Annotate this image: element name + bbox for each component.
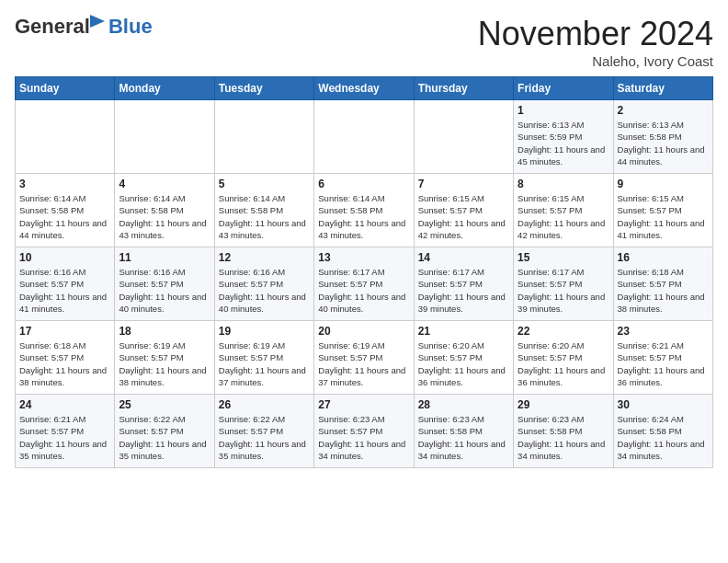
weekday-header-wednesday: Wednesday [314,77,414,100]
day-number: 10 [19,251,110,264]
day-info: Sunrise: 6:14 AMSunset: 5:58 PMDaylight:… [19,192,110,241]
weekday-header-monday: Monday [115,77,214,100]
calendar-cell: 8Sunrise: 6:15 AMSunset: 5:57 PMDaylight… [514,174,613,247]
calendar-cell: 22Sunrise: 6:20 AMSunset: 5:57 PMDayligh… [514,321,613,395]
day-number: 22 [518,325,609,338]
calendar-cell: 1Sunrise: 6:13 AMSunset: 5:59 PMDaylight… [514,100,613,174]
calendar-cell: 9Sunrise: 6:15 AMSunset: 5:57 PMDaylight… [613,174,712,247]
day-info: Sunrise: 6:15 AMSunset: 5:57 PMDaylight:… [518,192,609,241]
day-info: Sunrise: 6:16 AMSunset: 5:57 PMDaylight:… [119,266,210,315]
day-number: 14 [418,251,509,264]
day-number: 28 [418,398,509,411]
calendar-cell: 4Sunrise: 6:14 AMSunset: 5:58 PMDaylight… [115,174,214,247]
calendar-cell: 19Sunrise: 6:19 AMSunset: 5:57 PMDayligh… [214,321,313,395]
day-number: 27 [318,398,409,411]
day-info: Sunrise: 6:17 AMSunset: 5:57 PMDaylight:… [318,266,409,315]
calendar-cell: 14Sunrise: 6:17 AMSunset: 5:57 PMDayligh… [414,247,513,321]
day-number: 7 [418,178,509,190]
day-number: 1 [518,104,609,117]
calendar-cell [16,100,115,174]
day-info: Sunrise: 6:21 AMSunset: 5:57 PMDaylight:… [19,413,110,462]
calendar-cell [414,100,513,174]
logo-general: General [15,15,90,38]
day-info: Sunrise: 6:16 AMSunset: 5:57 PMDaylight:… [219,266,310,315]
day-info: Sunrise: 6:20 AMSunset: 5:57 PMDaylight:… [518,339,609,388]
calendar-cell: 6Sunrise: 6:14 AMSunset: 5:58 PMDaylight… [314,174,414,247]
calendar-week-4: 17Sunrise: 6:18 AMSunset: 5:57 PMDayligh… [16,321,713,395]
title-block: November 2024 Naleho, Ivory Coast [478,15,713,69]
weekday-header-saturday: Saturday [613,77,712,100]
day-info: Sunrise: 6:24 AMSunset: 5:58 PMDaylight:… [618,413,709,462]
day-number: 5 [219,178,310,190]
calendar-cell: 28Sunrise: 6:23 AMSunset: 5:58 PMDayligh… [414,395,513,468]
day-number: 16 [618,251,709,264]
day-info: Sunrise: 6:14 AMSunset: 5:58 PMDaylight:… [318,192,409,241]
calendar-cell: 27Sunrise: 6:23 AMSunset: 5:57 PMDayligh… [314,395,414,468]
day-info: Sunrise: 6:13 AMSunset: 5:58 PMDaylight:… [618,119,709,167]
calendar-cell: 25Sunrise: 6:22 AMSunset: 5:57 PMDayligh… [115,395,214,468]
calendar-cell: 18Sunrise: 6:19 AMSunset: 5:57 PMDayligh… [115,321,214,395]
calendar-cell: 29Sunrise: 6:23 AMSunset: 5:58 PMDayligh… [514,395,613,468]
day-number: 25 [119,398,210,411]
calendar-cell: 30Sunrise: 6:24 AMSunset: 5:58 PMDayligh… [613,395,712,468]
day-number: 3 [19,178,110,190]
day-info: Sunrise: 6:23 AMSunset: 5:57 PMDaylight:… [318,413,409,462]
calendar-table: SundayMondayTuesdayWednesdayThursdayFrid… [15,76,713,468]
month-title: November 2024 [478,15,713,53]
calendar-cell: 2Sunrise: 6:13 AMSunset: 5:58 PMDaylight… [613,100,712,174]
weekday-header-tuesday: Tuesday [214,77,313,100]
day-info: Sunrise: 6:14 AMSunset: 5:58 PMDaylight:… [219,192,310,241]
calendar-cell: 7Sunrise: 6:15 AMSunset: 5:57 PMDaylight… [414,174,513,247]
logo: General Blue [15,15,153,39]
day-number: 29 [518,398,609,411]
day-number: 11 [119,251,210,264]
logo-blue: Blue [108,15,153,39]
calendar-cell: 21Sunrise: 6:20 AMSunset: 5:57 PMDayligh… [414,321,513,395]
calendar-week-1: 1Sunrise: 6:13 AMSunset: 5:59 PMDaylight… [16,100,713,174]
day-info: Sunrise: 6:17 AMSunset: 5:57 PMDaylight:… [418,266,509,315]
day-info: Sunrise: 6:20 AMSunset: 5:57 PMDaylight:… [418,339,509,388]
day-number: 23 [618,325,709,338]
day-info: Sunrise: 6:22 AMSunset: 5:57 PMDaylight:… [219,413,310,462]
day-info: Sunrise: 6:17 AMSunset: 5:57 PMDaylight:… [518,266,609,315]
day-info: Sunrise: 6:18 AMSunset: 5:57 PMDaylight:… [19,339,110,388]
day-info: Sunrise: 6:21 AMSunset: 5:57 PMDaylight:… [618,339,709,388]
day-info: Sunrise: 6:13 AMSunset: 5:59 PMDaylight:… [518,119,609,167]
location: Naleho, Ivory Coast [478,53,713,69]
calendar-body: 1Sunrise: 6:13 AMSunset: 5:59 PMDaylight… [16,100,713,468]
day-info: Sunrise: 6:14 AMSunset: 5:58 PMDaylight:… [119,192,210,241]
day-number: 6 [318,178,409,190]
calendar-week-3: 10Sunrise: 6:16 AMSunset: 5:57 PMDayligh… [16,247,713,321]
day-number: 8 [518,178,609,190]
day-number: 17 [19,325,110,338]
day-number: 26 [219,398,310,411]
logo-arrow-icon [88,11,107,31]
day-info: Sunrise: 6:15 AMSunset: 5:57 PMDaylight:… [618,192,709,241]
calendar-week-2: 3Sunrise: 6:14 AMSunset: 5:58 PMDaylight… [16,174,713,247]
calendar-cell: 10Sunrise: 6:16 AMSunset: 5:57 PMDayligh… [16,247,115,321]
day-number: 18 [119,325,210,338]
calendar-cell: 26Sunrise: 6:22 AMSunset: 5:57 PMDayligh… [214,395,313,468]
day-number: 21 [418,325,509,338]
day-info: Sunrise: 6:23 AMSunset: 5:58 PMDaylight:… [418,413,509,462]
day-number: 19 [219,325,310,338]
day-number: 15 [518,251,609,264]
weekday-header-thursday: Thursday [414,77,513,100]
day-number: 12 [219,251,310,264]
page-header: General Blue November 2024 Naleho, Ivory… [15,15,713,69]
day-info: Sunrise: 6:22 AMSunset: 5:57 PMDaylight:… [119,413,210,462]
calendar-cell: 13Sunrise: 6:17 AMSunset: 5:57 PMDayligh… [314,247,414,321]
calendar-cell: 15Sunrise: 6:17 AMSunset: 5:57 PMDayligh… [514,247,613,321]
day-number: 2 [618,104,709,117]
weekday-header-row: SundayMondayTuesdayWednesdayThursdayFrid… [16,77,713,100]
day-number: 30 [618,398,709,411]
day-info: Sunrise: 6:18 AMSunset: 5:57 PMDaylight:… [618,266,709,315]
calendar-cell [115,100,214,174]
day-number: 20 [318,325,409,338]
day-number: 13 [318,251,409,264]
day-number: 4 [119,178,210,190]
calendar-cell: 3Sunrise: 6:14 AMSunset: 5:58 PMDaylight… [16,174,115,247]
day-info: Sunrise: 6:19 AMSunset: 5:57 PMDaylight:… [119,339,210,388]
calendar-cell: 11Sunrise: 6:16 AMSunset: 5:57 PMDayligh… [115,247,214,321]
calendar-cell: 17Sunrise: 6:18 AMSunset: 5:57 PMDayligh… [16,321,115,395]
